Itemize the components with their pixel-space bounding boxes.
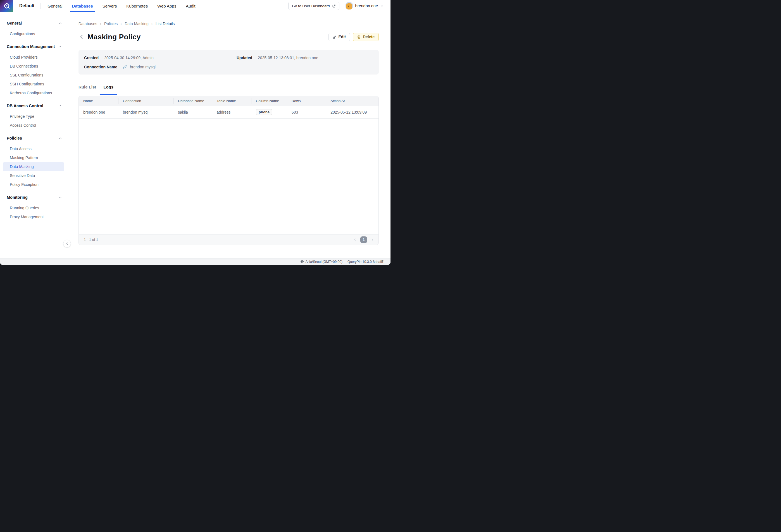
sidebar-section-header-general[interactable]: General <box>7 19 63 27</box>
sidebar-section-header-connection-management[interactable]: Connection Management <box>7 43 63 50</box>
nav-item-kubernetes[interactable]: Kubernetes <box>126 0 148 12</box>
user-name: brendon one <box>355 4 378 8</box>
status-footer: Asia/Seoul (GMT+09:00) QueryPie 10.3.0-8… <box>0 258 390 265</box>
top-bar: Default GeneralDatabasesServersKubernete… <box>0 0 390 12</box>
sidebar-item-sensitive-data[interactable]: Sensitive Data <box>7 171 63 180</box>
nav-item-web-apps[interactable]: Web Apps <box>157 0 176 12</box>
top-nav: GeneralDatabasesServersKubernetesWeb App… <box>47 0 195 12</box>
connection-name-label: Connection Name <box>84 65 117 69</box>
sidebar-section-header-monitoring[interactable]: Monitoring <box>7 193 63 201</box>
sidebar-section-connection-management: Connection ManagementCloud ProvidersDB C… <box>7 43 63 97</box>
page-title: Masking Policy <box>87 33 141 41</box>
table-pagination: 1 - 1 of 1 1 <box>79 234 378 245</box>
nav-item-databases[interactable]: Databases <box>72 0 93 12</box>
app-window: Default GeneralDatabasesServersKubernete… <box>0 0 390 265</box>
chevron-left-icon <box>65 242 69 246</box>
breadcrumb-databases[interactable]: Databases <box>79 21 97 26</box>
breadcrumb-list-details: List Details <box>156 21 174 26</box>
querypie-logo[interactable] <box>0 0 13 12</box>
table-empty-area <box>79 119 378 234</box>
nav-item-general[interactable]: General <box>47 0 62 12</box>
cell-database-name: sakila <box>173 106 212 118</box>
breadcrumb-separator-icon: › <box>152 21 153 26</box>
connection-name-value: brendon mysql <box>130 65 156 69</box>
breadcrumb: Databases›Policies›Data Masking›List Det… <box>79 21 379 26</box>
delete-button[interactable]: Delete <box>353 33 379 41</box>
sidebar-item-policy-exception[interactable]: Policy Exception <box>7 180 63 189</box>
breadcrumb-separator-icon: › <box>120 21 122 26</box>
chevron-up-icon <box>59 21 62 25</box>
chevron-down-icon <box>380 4 384 8</box>
column-header-rows: Rows <box>287 96 326 106</box>
sidebar-section-db-access-control: DB Access ControlPrivilege TypeAccess Co… <box>7 102 63 130</box>
nav-item-audit[interactable]: Audit <box>186 0 195 12</box>
created-value: 2025-04-30 14:29:09, Admin <box>104 55 154 60</box>
back-button[interactable] <box>79 34 85 40</box>
sidebar-section-general: GeneralConfigurations <box>7 19 63 38</box>
sidebar-item-cloud-providers[interactable]: Cloud Providers <box>7 53 63 62</box>
pagination-page-1[interactable]: 1 <box>360 236 367 243</box>
version-label: QueryPie 10.3.0-8abaf51 <box>347 260 385 264</box>
chevron-left-icon <box>353 238 357 241</box>
chevron-right-icon <box>371 238 374 241</box>
updated-label: Updated <box>237 55 252 60</box>
trash-icon <box>357 35 361 39</box>
column-header-name: Name <box>79 96 118 106</box>
edit-pencil-icon <box>333 35 337 39</box>
sidebar-item-configurations[interactable]: Configurations <box>7 29 63 38</box>
sidebar-item-data-masking[interactable]: Data Masking <box>3 162 64 171</box>
chevron-left-icon <box>79 34 85 40</box>
page: Default GeneralDatabasesServersKubernete… <box>0 0 390 266</box>
sidebar-item-masking-pattern[interactable]: Masking Pattern <box>7 153 63 162</box>
sidebar-section-monitoring: MonitoringRunning QueriesProxy Managemen… <box>7 193 63 221</box>
edit-button[interactable]: Edit <box>328 33 350 41</box>
sidebar-item-ssh-configurations[interactable]: SSH Configurations <box>7 80 63 88</box>
sidebar: GeneralConfigurationsConnection Manageme… <box>0 12 67 258</box>
chevron-up-icon <box>59 45 62 48</box>
sidebar-item-kerberos-configurations[interactable]: Kerberos Configurations <box>7 88 63 97</box>
sidebar-item-running-queries[interactable]: Running Queries <box>7 204 63 212</box>
detail-tabs: Rule ListLogs <box>79 85 379 92</box>
external-link-icon <box>332 4 336 8</box>
topbar-right: Go to User Dashboard brendon one <box>288 2 390 10</box>
timezone-label: Asia/Seoul (GMT+09:00) <box>305 260 342 264</box>
sidebar-item-data-access[interactable]: Data Access <box>7 144 63 153</box>
policy-info-panel: Created 2025-04-30 14:29:09, Admin Updat… <box>79 50 379 75</box>
breadcrumb-data-masking[interactable]: Data Masking <box>125 21 149 26</box>
go-to-user-dashboard-button[interactable]: Go to User Dashboard <box>288 2 339 10</box>
sidebar-item-ssl-configurations[interactable]: SSL Configurations <box>7 71 63 80</box>
column-name-tag: phone <box>256 109 272 115</box>
created-label: Created <box>84 55 98 60</box>
sidebar-item-privilege-type[interactable]: Privilege Type <box>7 112 63 121</box>
sidebar-item-access-control[interactable]: Access Control <box>7 121 63 130</box>
bottom-strip <box>0 265 390 266</box>
sidebar-collapse-button[interactable] <box>63 240 71 248</box>
timezone-indicator[interactable]: Asia/Seoul (GMT+09:00) <box>300 260 342 264</box>
delete-button-label: Delete <box>363 35 375 39</box>
user-menu-toggle[interactable] <box>380 4 384 8</box>
sidebar-section-title: Policies <box>7 136 22 140</box>
cell-rows: 603 <box>287 106 326 118</box>
sidebar-item-db-connections[interactable]: DB Connections <box>7 62 63 71</box>
sidebar-section-header-db-access-control[interactable]: DB Access Control <box>7 102 63 110</box>
pagination-prev-button[interactable] <box>353 238 357 241</box>
updated-value: 2025-05-12 13:08:31, brendon one <box>258 55 318 60</box>
sidebar-section-header-policies[interactable]: Policies <box>7 134 63 142</box>
go-to-user-dashboard-label: Go to User Dashboard <box>292 4 330 8</box>
column-header-connection: Connection <box>118 96 173 106</box>
querypie-logo-icon <box>3 2 10 9</box>
user-avatar[interactable] <box>345 2 353 9</box>
cell-column-name: phone <box>251 106 287 118</box>
tab-logs[interactable]: Logs <box>104 85 113 92</box>
pagination-summary: 1 - 1 of 1 <box>84 237 98 242</box>
pagination-next-button[interactable] <box>371 238 374 241</box>
tab-rule-list[interactable]: Rule List <box>79 85 96 92</box>
breadcrumb-policies[interactable]: Policies <box>104 21 118 26</box>
table-header-row: NameConnectionDatabase NameTable NameCol… <box>79 96 378 106</box>
nav-item-servers[interactable]: Servers <box>102 0 117 12</box>
breadcrumb-separator-icon: › <box>100 21 101 26</box>
edit-button-label: Edit <box>338 35 346 39</box>
column-header-table-name: Table Name <box>212 96 251 106</box>
sidebar-item-proxy-management[interactable]: Proxy Management <box>7 212 63 221</box>
sidebar-section-title: Monitoring <box>7 195 28 200</box>
